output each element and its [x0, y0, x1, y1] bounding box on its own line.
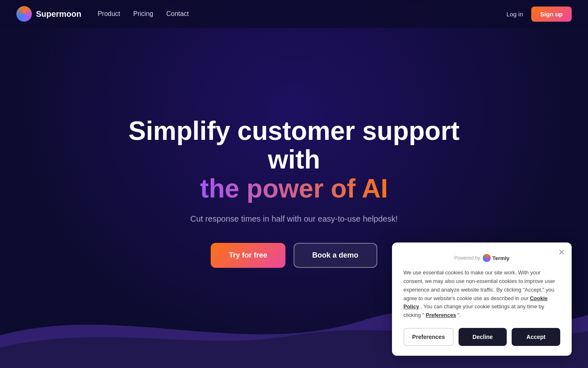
cookie-text: We use essential cookies to make our sit… — [403, 269, 560, 320]
logo-icon — [16, 6, 32, 22]
cookie-powered: Powered by Termly — [403, 254, 560, 262]
termly-logo: Termly — [483, 254, 510, 262]
termly-icon — [483, 254, 491, 262]
close-icon[interactable]: ✕ — [558, 247, 565, 257]
cookie-banner: ✕ Powered by Termly We use essential coo… — [392, 242, 572, 356]
login-button[interactable]: Log in — [506, 11, 523, 18]
accept-button[interactable]: Accept — [512, 328, 560, 346]
hero-title-part1: Simplify customer support with — [129, 116, 460, 174]
decline-button[interactable]: Decline — [459, 328, 507, 346]
cookie-buttons: Preferences Decline Accept — [403, 328, 560, 346]
hero-title: Simplify customer support with the power… — [110, 117, 478, 203]
navbar: Supermoon Product Pricing Contact Log in… — [0, 0, 588, 28]
hero-subtitle: Cut response times in half with our easy… — [110, 213, 478, 225]
navbar-left: Supermoon Product Pricing Contact — [16, 6, 189, 22]
try-free-button[interactable]: Try for free — [211, 243, 285, 268]
termly-label: Termly — [492, 255, 510, 261]
book-demo-button[interactable]: Book a demo — [294, 243, 377, 268]
logo[interactable]: Supermoon — [16, 6, 81, 22]
logo-text: Supermoon — [36, 9, 81, 19]
nav-pricing[interactable]: Pricing — [133, 10, 153, 18]
nav-product[interactable]: Product — [98, 10, 120, 18]
powered-by-text: Powered by — [454, 255, 480, 261]
preferences-link-inline[interactable]: Preferences — [425, 312, 456, 318]
cookie-additional: . You can change your cookie settings at… — [403, 303, 544, 318]
signup-button[interactable]: Sign up — [531, 7, 572, 22]
hero-title-gradient: the power of AI — [200, 174, 388, 203]
cookie-end: ". — [458, 312, 461, 318]
preferences-button[interactable]: Preferences — [403, 328, 454, 346]
navbar-right: Log in Sign up — [506, 7, 572, 22]
nav-links: Product Pricing Contact — [98, 10, 189, 18]
nav-contact[interactable]: Contact — [166, 10, 189, 18]
